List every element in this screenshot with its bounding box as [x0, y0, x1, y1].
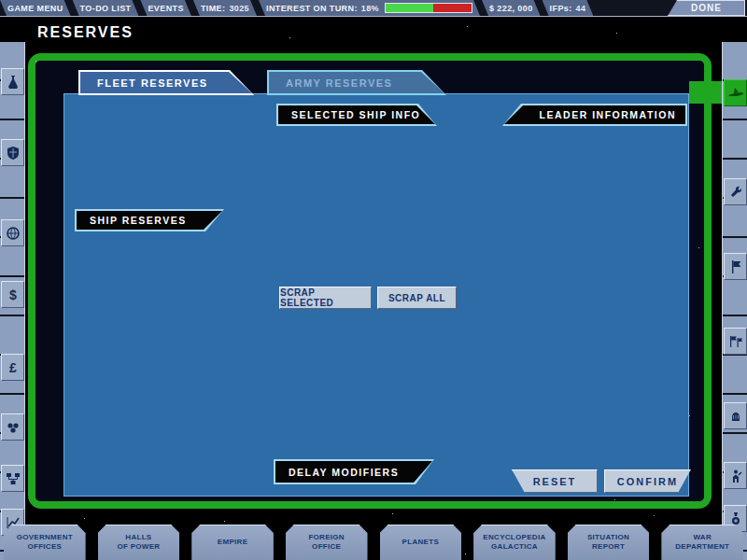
- tab-line: EMPIRE: [218, 538, 247, 547]
- interest-bar: [385, 3, 472, 13]
- tab-foreign-office[interactable]: FOREIGN OFFICE: [286, 525, 368, 560]
- interest-value: 18%: [361, 4, 379, 13]
- tab-line: DEPARTMENT: [675, 542, 729, 552]
- starfield-inner: [35, 61, 36, 62]
- interest-bar-red: [433, 4, 472, 12]
- tab-empire[interactable]: EMPIRE: [191, 525, 274, 560]
- tab-war-department[interactable]: WAR DEPARTMENT: [661, 525, 743, 560]
- page-title: RESERVES: [37, 24, 134, 41]
- leader-information-header: LEADER INFORMATION: [502, 104, 687, 126]
- diplomacy-flags-icon[interactable]: [724, 328, 747, 355]
- trade-globe-icon[interactable]: [1, 219, 24, 246]
- treasury-dollar-icon[interactable]: $: [1, 281, 24, 308]
- reset-button[interactable]: RESET: [512, 469, 598, 493]
- right-icon-column: [722, 42, 747, 560]
- ifps-display: IFPs: 44: [543, 0, 594, 16]
- tab-army-reserves[interactable]: ARMY RESERVES: [267, 70, 446, 95]
- finance-pound-icon[interactable]: £: [1, 354, 24, 381]
- flag-icon[interactable]: [724, 253, 747, 280]
- scrap-all-button[interactable]: SCRAP ALL: [377, 287, 457, 309]
- tab-line: HALLS: [125, 533, 151, 542]
- time-label: TIME:: [201, 4, 226, 13]
- left-icon-column: $ £: [0, 42, 25, 560]
- tab-line: ENCYCLOPEDIA: [483, 533, 545, 542]
- tab-line: REPORT: [592, 542, 625, 552]
- time-value: 3025: [229, 4, 249, 13]
- fleet-reserves-icon[interactable]: [724, 79, 747, 106]
- tab-line: OFFICES: [27, 542, 62, 552]
- tab-line: GALACTICA: [491, 542, 538, 552]
- selected-ship-info-title: SELECTED SHIP INFO: [291, 109, 420, 120]
- tab-line: SITUATION: [587, 533, 629, 542]
- delay-modifiers-title: DELAY MODIFIERS: [289, 467, 399, 478]
- infrastructure-icon[interactable]: [1, 465, 24, 492]
- research-icon[interactable]: [1, 68, 24, 95]
- interest-bar-green: [386, 4, 433, 12]
- tab-line: PLANETS: [402, 538, 439, 547]
- tab-situation-report[interactable]: SITUATION REPORT: [568, 525, 650, 560]
- events-button[interactable]: EVENTS: [140, 0, 190, 16]
- game-menu-button[interactable]: GAME MENU: [0, 0, 71, 16]
- tab-planets[interactable]: PLANETS: [380, 525, 462, 560]
- confirm-button[interactable]: CONFIRM: [604, 469, 691, 493]
- tools-wrench-icon[interactable]: [724, 178, 747, 205]
- tab-line: OF POWER: [117, 542, 160, 552]
- ifps-value: 44: [576, 4, 586, 13]
- interest-display: INTEREST ON TURN: 18%: [259, 0, 480, 16]
- time-display: TIME: 3025: [193, 0, 257, 16]
- tab-line: FOREIGN: [308, 533, 345, 542]
- fist-icon[interactable]: [724, 402, 747, 429]
- ship-reserves-header: SHIP RESERVES: [75, 209, 224, 231]
- tab-halls-of-power[interactable]: HALLS OF POWER: [98, 525, 180, 560]
- todo-list-button[interactable]: TO-DO LIST: [73, 0, 139, 16]
- game-screen: GAME MENU TO-DO LIST EVENTS TIME: 3025 I…: [0, 0, 747, 560]
- tab-line: OFFICE: [312, 542, 341, 552]
- tab-fleet-label: FLEET RESERVES: [97, 77, 208, 89]
- interest-label: INTEREST ON TURN:: [266, 4, 358, 13]
- ship-reserves-title: SHIP RESERVES: [90, 215, 187, 226]
- tab-government-offices[interactable]: GOVERNMENT OFFICES: [4, 525, 86, 560]
- scrap-selected-button[interactable]: SCRAP SELECTED: [279, 287, 372, 309]
- selected-ship-info-header: SELECTED SHIP INFO: [276, 104, 437, 126]
- top-bar: GAME MENU TO-DO LIST EVENTS TIME: 3025 I…: [0, 0, 747, 16]
- svg-text:$: $: [9, 287, 17, 302]
- heraldry-icon[interactable]: [1, 139, 24, 166]
- bottom-tab-bar: GOVERNMENT OFFICES HALLS OF POWER EMPIRE…: [0, 525, 747, 560]
- main-panel: [63, 93, 689, 497]
- tab-army-label: ARMY RESERVES: [286, 77, 392, 89]
- delay-modifiers-header: DELAY MODIFIERS: [274, 459, 434, 484]
- population-icon[interactable]: [1, 413, 24, 441]
- topbar-divider: [0, 16, 747, 17]
- ifps-label: IFPs:: [550, 4, 572, 13]
- leader-information-title: LEADER INFORMATION: [540, 109, 676, 120]
- tab-encyclopedia-galactica[interactable]: ENCYCLOPEDIA GALACTICA: [473, 525, 556, 560]
- infantry-icon[interactable]: [724, 462, 747, 489]
- money-display: $ 222, 000: [482, 0, 541, 16]
- tab-line: WAR: [693, 533, 712, 542]
- tab-line: GOVERNMENT: [17, 533, 73, 542]
- tab-fleet-reserves[interactable]: FLEET RESERVES: [78, 70, 254, 95]
- svg-text:£: £: [9, 360, 17, 375]
- done-button[interactable]: DONE: [668, 0, 745, 16]
